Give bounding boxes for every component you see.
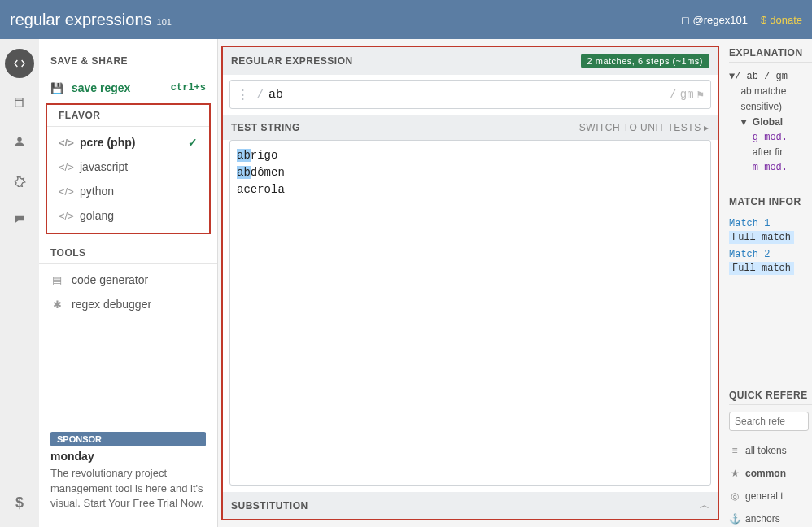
code-icon: </> xyxy=(59,161,72,173)
regex-header: REGULAR EXPRESSION 2 matches, 6 steps (~… xyxy=(223,47,718,75)
left-sidebar: SAVE & SHARE 💾 save regex ctrl+s FLAVOR … xyxy=(39,39,218,527)
sponsor-text[interactable]: The revolutionary project management too… xyxy=(39,466,217,519)
flavor-section: FLAVOR </> pcre (php) ✓ </> javascript <… xyxy=(46,103,211,234)
star-icon: ★ xyxy=(729,468,740,479)
chevron-up-icon: ︿ xyxy=(700,499,710,512)
test-line: acerola xyxy=(237,181,704,198)
list-icon: ≡ xyxy=(729,445,740,456)
rail-donate-icon[interactable]: $ xyxy=(5,488,34,517)
switch-unit-tests-link[interactable]: SWITCH TO UNIT TESTS ▸ xyxy=(579,122,709,133)
rail-account-icon[interactable] xyxy=(5,127,34,156)
match-count-badge: 2 matches, 6 steps (~1ms) xyxy=(581,54,709,68)
test-string-header: TEST STRING SWITCH TO UNIT TESTS ▸ xyxy=(223,115,718,140)
flavor-python[interactable]: </> python xyxy=(47,179,209,203)
donate-link[interactable]: $ donate xyxy=(761,14,802,26)
logo[interactable]: regular expressions101 xyxy=(10,11,172,29)
sponsor-badge: SPONSOR xyxy=(50,432,206,446)
match-info-body: Match 1 Full match Match 2 Full match xyxy=(729,218,812,280)
tool-regex-debugger[interactable]: ✱ regex debugger xyxy=(39,292,217,316)
save-shortcut: ctrl+s xyxy=(171,82,206,94)
test-line: abdômen xyxy=(237,164,704,181)
tool-code-generator[interactable]: ▤ code generator xyxy=(39,268,217,292)
save-regex-item[interactable]: 💾 save regex ctrl+s xyxy=(39,76,217,100)
explanation-body: ▼/ ab / gm ab matche sensitive) ▼ Global… xyxy=(729,69,812,175)
twitter-link[interactable]: ◻ @regex101 xyxy=(681,14,748,26)
regex-flags[interactable]: / gm ⚑ xyxy=(670,88,704,102)
rail-library-icon[interactable] xyxy=(5,88,34,117)
test-string-input[interactable]: abrigo abdômen acerola xyxy=(229,140,711,486)
test-line: abrigo xyxy=(237,147,704,164)
anchor-icon: ⚓ xyxy=(729,513,740,525)
rail-settings-icon[interactable] xyxy=(5,166,34,195)
check-icon: ✓ xyxy=(188,136,198,149)
regex-handle-icon[interactable]: ⋮ / xyxy=(237,87,264,102)
flavor-javascript[interactable]: </> javascript xyxy=(47,155,209,179)
flavor-golang[interactable]: </> golang xyxy=(47,203,209,228)
right-panel: EXPLANATION ▼/ ab / gm ab matche sensiti… xyxy=(723,39,812,527)
code-icon: </> xyxy=(59,137,72,149)
regex-input[interactable] xyxy=(264,88,670,102)
tools-title: TOOLS xyxy=(39,242,217,264)
qr-general[interactable]: ◎general t xyxy=(729,488,812,504)
save-icon: 💾 xyxy=(50,82,63,94)
code-icon: </> xyxy=(59,210,72,222)
flavor-title: FLAVOR xyxy=(47,105,209,127)
dollar-icon: $ xyxy=(761,14,766,26)
rail-regex-icon[interactable] xyxy=(5,49,34,78)
flavor-pcre[interactable]: </> pcre (php) ✓ xyxy=(47,130,209,155)
qr-all-tokens[interactable]: ≡all tokens xyxy=(729,442,812,459)
quick-ref-search[interactable] xyxy=(729,412,809,431)
rail-chat-icon[interactable] xyxy=(5,205,34,234)
circle-icon: ◎ xyxy=(729,490,740,502)
sponsor-title[interactable]: monday xyxy=(39,450,217,463)
twitter-icon: ◻ xyxy=(681,14,690,26)
match-info-title: MATCH INFOR xyxy=(729,196,812,211)
icon-rail: $ xyxy=(0,39,39,527)
qr-anchors[interactable]: ⚓anchors xyxy=(729,511,812,527)
top-header: regular expressions101 ◻ @regex101 $ don… xyxy=(0,0,812,39)
explanation-title: EXPLANATION xyxy=(729,47,812,63)
qr-common[interactable]: ★common xyxy=(729,465,812,481)
code-gen-icon: ▤ xyxy=(50,274,63,286)
save-share-title: SAVE & SHARE xyxy=(39,50,217,72)
flag-icon: ⚑ xyxy=(697,88,704,102)
substitution-header[interactable]: SUBSTITUTION ︿ xyxy=(223,492,718,519)
center-panel: REGULAR EXPRESSION 2 matches, 6 steps (~… xyxy=(221,46,719,520)
bug-icon: ✱ xyxy=(50,298,63,311)
svg-point-0 xyxy=(17,137,21,142)
regex-input-row: ⋮ / / gm ⚑ xyxy=(229,80,711,109)
quick-ref-title: QUICK REFERE xyxy=(729,390,812,405)
code-icon: </> xyxy=(59,185,72,198)
